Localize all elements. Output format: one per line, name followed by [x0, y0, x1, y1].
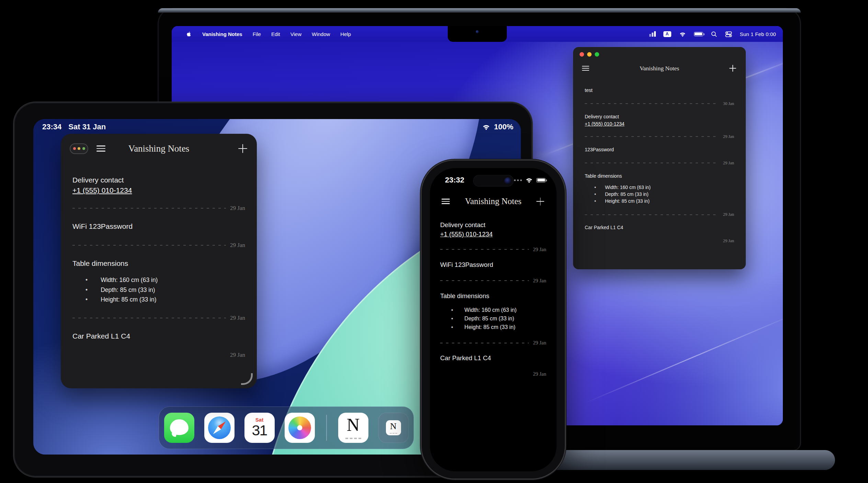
note-text: WiFi 123Password: [72, 212, 245, 231]
scene: Vanishing Notes FileEditViewWindowHelp A…: [0, 0, 868, 483]
search-icon[interactable]: [711, 31, 717, 37]
menu-bar-left: Vanishing Notes FileEditViewWindowHelp: [186, 31, 351, 37]
control-center-icon[interactable]: [725, 31, 732, 37]
zoom-button[interactable]: [595, 52, 599, 57]
note-bullet-item: •Width: 160 cm (63 in): [85, 275, 245, 285]
keyboard-input-icon[interactable]: A: [663, 31, 671, 37]
note-divider-dash-icon: [72, 208, 226, 209]
note-item[interactable]: Car Parked L1 C4 29 Jan: [440, 346, 546, 377]
menu-item[interactable]: Help: [340, 31, 351, 37]
note-date-divider: 29 Jan: [585, 161, 734, 166]
note-item[interactable]: Delivery contact +1 (555) 010-1234 29 Ja…: [72, 165, 245, 212]
note-divider-dash-icon: [585, 136, 719, 137]
compass-icon: [208, 416, 231, 439]
hamburger-icon: [442, 199, 450, 200]
note-divider-dash-icon: [585, 103, 719, 104]
close-button[interactable]: [73, 147, 76, 150]
window-header: Vanishing Notes: [61, 142, 257, 155]
note-text: Delivery contact: [72, 165, 245, 185]
new-note-button[interactable]: [729, 64, 737, 72]
note-bullet-item: •Depth: 85 cm (33 in): [85, 285, 245, 295]
dock-icon-suggested-app[interactable]: N: [378, 413, 409, 443]
note-date-divider: 29 Jan: [585, 238, 734, 244]
note-date: 29 Jan: [723, 238, 734, 244]
note-text: test: [585, 80, 734, 94]
new-note-button[interactable]: [536, 197, 545, 206]
camera-icon: [504, 177, 511, 184]
camera-notch: [448, 26, 507, 42]
note-date-divider: 29 Jan: [440, 278, 546, 284]
note-phone-link[interactable]: +1 (555) 010-1234: [72, 186, 245, 195]
note-item[interactable]: Delivery contact +1 (555) 010-1234 29 Ja…: [440, 213, 546, 252]
resize-handle[interactable]: [241, 373, 253, 385]
menu-button[interactable]: [442, 197, 450, 206]
note-item[interactable]: Table dimensions •Width: 160 cm (63 in)•…: [72, 249, 245, 321]
ipad-status-bar: 23:34 Sat 31 Jan 100%: [42, 122, 513, 131]
note-text: Table dimensions: [585, 166, 734, 179]
apple-menu-icon[interactable]: [186, 31, 192, 37]
notes-list: Delivery contact +1 (555) 010-1234 29 Ja…: [440, 213, 546, 377]
note-phone-link[interactable]: +1 (555) 010-1234: [440, 231, 546, 238]
mac-app-window: Vanishing Notes test 30 Jan Delivery con…: [573, 47, 746, 269]
battery-icon[interactable]: [694, 32, 703, 36]
note-date: 29 Jan: [533, 340, 546, 346]
wifi-icon[interactable]: [679, 31, 686, 37]
note-item[interactable]: Car Parked L1 C4 29 Jan: [585, 217, 734, 244]
note-item[interactable]: Delivery contact +1 (555) 010-1234 29 Ja…: [585, 106, 734, 139]
ipad-app-window: Vanishing Notes Delivery contact +1 (555…: [61, 134, 257, 388]
note-phone-link[interactable]: +1 (555) 010-1234: [585, 121, 734, 127]
note-text: 123Password: [585, 139, 734, 153]
menu-app-name[interactable]: Vanishing Notes: [202, 31, 242, 37]
note-date-divider: 29 Jan: [440, 371, 546, 377]
signal-bars-icon[interactable]: [649, 31, 656, 37]
battery-icon: [536, 178, 546, 182]
hamburger-icon: [582, 66, 589, 67]
notes-list: test 30 Jan Delivery contact +1 (555) 01…: [585, 80, 734, 244]
close-button[interactable]: [580, 52, 584, 57]
note-text: Table dimensions: [72, 249, 245, 268]
new-note-button[interactable]: [238, 143, 248, 154]
note-text: WiFi 123Password: [440, 252, 546, 269]
note-date: 29 Jan: [533, 247, 546, 252]
dock-icon-photos[interactable]: [285, 413, 315, 443]
note-bullet-item: •Height: 85 cm (33 in): [85, 295, 245, 304]
status-time: 23:34: [42, 122, 61, 131]
menu-item[interactable]: Edit: [271, 31, 280, 37]
note-divider-dash-icon: [72, 245, 226, 246]
status-time: 23:32: [445, 176, 464, 185]
note-bullet-item: •Height: 85 cm (33 in): [451, 323, 546, 331]
note-item[interactable]: test 30 Jan: [585, 80, 734, 106]
note-item[interactable]: 123Password 29 Jan: [585, 139, 734, 166]
menu-bar-clock[interactable]: Sun 1 Feb 0:00: [740, 31, 776, 37]
note-date: 29 Jan: [533, 278, 546, 284]
minimize-button[interactable]: [587, 52, 592, 57]
note-text: Table dimensions: [440, 284, 546, 301]
iphone-screen: 23:32 Vanishing Notes Delivery contact +…: [430, 168, 557, 471]
menu-item[interactable]: File: [253, 31, 261, 37]
window-controls: [580, 52, 599, 57]
note-divider-dash-icon: [440, 249, 529, 250]
menu-item[interactable]: View: [290, 31, 301, 37]
menu-button[interactable]: [582, 64, 589, 72]
notes-app-glyph: N: [338, 415, 368, 435]
note-date-divider: 29 Jan: [585, 212, 734, 217]
note-item[interactable]: WiFi 123Password 29 Jan: [72, 212, 245, 248]
window-controls-capsule[interactable]: [70, 143, 88, 154]
photos-flower-icon: [288, 416, 311, 439]
menu-item[interactable]: Window: [312, 31, 330, 37]
suggested-app-tile: N: [386, 420, 401, 435]
note-item[interactable]: WiFi 123Password 29 Jan: [440, 252, 546, 284]
dock-icon-calendar[interactable]: Sat 31: [244, 413, 275, 443]
wallpaper-streak: [584, 312, 783, 404]
note-item[interactable]: Table dimensions •Width: 160 cm (63 in)•…: [585, 166, 734, 217]
dock-icon-messages[interactable]: [164, 413, 194, 443]
note-date: 30 Jan: [723, 101, 734, 106]
minimize-button[interactable]: [78, 147, 80, 150]
dock-icon-safari[interactable]: [204, 413, 235, 443]
dock-icon-vanishing-notes[interactable]: N: [338, 413, 368, 443]
note-item[interactable]: Table dimensions •Width: 160 cm (63 in)•…: [440, 284, 546, 346]
zoom-button[interactable]: [82, 147, 85, 150]
note-date-divider: 30 Jan: [585, 101, 734, 106]
menu-button[interactable]: [96, 144, 105, 153]
note-item[interactable]: Car Parked L1 C4 29 Jan: [72, 321, 245, 358]
